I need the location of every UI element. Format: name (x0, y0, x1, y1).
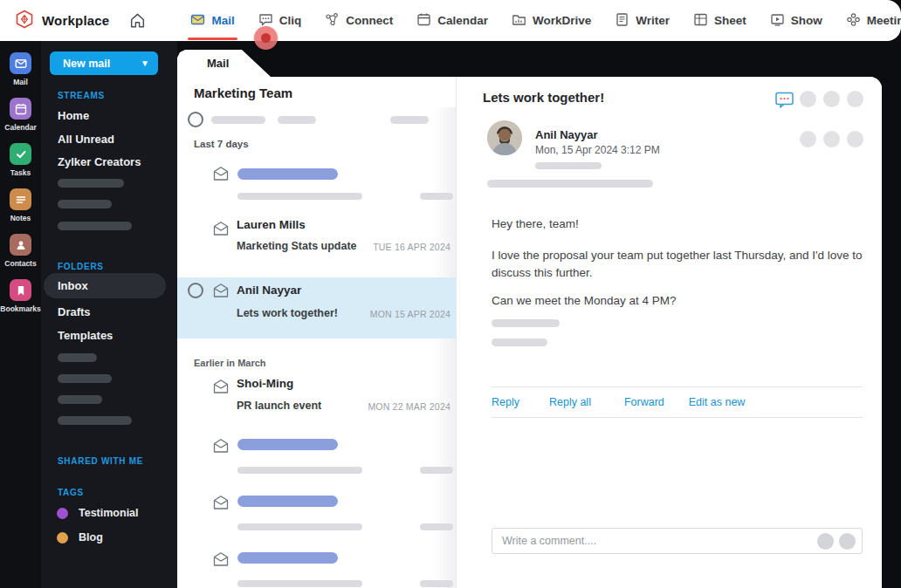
mail-subject: Marketing Stats update (237, 240, 357, 252)
new-mail-button[interactable]: New mail ▼ (50, 51, 158, 75)
calendar-icon (416, 12, 431, 30)
comments-icon[interactable] (774, 90, 794, 113)
reply-all-button[interactable]: Reply all (549, 396, 591, 408)
message-reader-pane: Lets work together! Anil Nayyar Mon, 15 … (457, 77, 882, 588)
sidebar-item-templates[interactable]: Templates (58, 329, 113, 342)
brand-name: Workplace (42, 13, 109, 28)
home-icon[interactable] (128, 11, 147, 30)
workdrive-icon (512, 12, 526, 30)
mail-sender: Anil Nayyar (237, 284, 301, 297)
skeleton-bar (237, 523, 362, 530)
app-rail: Mail Calendar Tasks Notes Contacts Bookm… (0, 41, 41, 588)
edit-as-new-button[interactable]: Edit as new (689, 396, 746, 408)
meeting-icon (846, 12, 861, 30)
connect-icon (325, 12, 340, 30)
rail-item-tasks[interactable]: Tasks (10, 143, 31, 177)
sidebar-item-zylker-creators[interactable]: Zylker Creators (58, 155, 141, 168)
envelope-icon (212, 550, 230, 568)
nav-meeting[interactable]: Meeting (846, 0, 901, 41)
skeleton-bar (58, 353, 97, 362)
tag-blog[interactable]: Blog (57, 531, 103, 544)
nav-mail[interactable]: Mail (190, 0, 234, 41)
mail-date: TUE 16 APR 2024 (373, 242, 450, 252)
message-subject: Lets work together! (483, 90, 604, 105)
rail-calendar-icon (10, 98, 31, 120)
tag-testimonial[interactable]: Testimonial (57, 507, 139, 519)
forward-button[interactable]: Forward (624, 396, 664, 408)
reply-button[interactable]: Reply (492, 396, 519, 408)
topbar: Workplace Mail Cliq Connect Calendar Wor… (0, 0, 901, 41)
rail-item-contacts[interactable]: Contacts (4, 234, 36, 268)
mail-sender: Lauren Mills (237, 218, 306, 231)
mail-select-radio[interactable] (188, 283, 203, 298)
skeleton-bar (420, 193, 453, 200)
folders-section-title: FOLDERS (58, 262, 104, 271)
streams-section-title: STREAMS (58, 91, 105, 100)
mail-icon (190, 12, 205, 30)
rail-item-bookmarks[interactable]: Bookmarks (0, 279, 40, 313)
skeleton-bar (237, 467, 362, 474)
comment-attach-button[interactable] (817, 533, 834, 550)
writer-icon (615, 12, 629, 30)
sidebar-item-inbox[interactable]: Inbox (44, 273, 166, 298)
tab-mail[interactable]: Mail (177, 50, 271, 77)
skeleton-bar (58, 374, 112, 383)
nav-show[interactable]: Show (770, 0, 822, 41)
comment-send-button[interactable] (839, 533, 856, 550)
skeleton-bar (237, 168, 338, 180)
list-title: Marketing Team (194, 85, 292, 100)
tags-section-title: TAGS (58, 488, 84, 497)
mail-sender: Shoi-Ming (237, 377, 293, 390)
message-body-paragraph: Can we meet the Monday at 4 PM? (492, 292, 880, 310)
nav-connect[interactable]: Connect (325, 0, 393, 41)
rail-item-calendar[interactable]: Calendar (4, 98, 36, 132)
nav-writer[interactable]: Writer (615, 0, 670, 41)
message-action-button[interactable] (800, 131, 816, 147)
envelope-icon (212, 378, 230, 395)
skeleton-bar (492, 338, 547, 346)
comment-input[interactable] (502, 529, 764, 553)
list-group-label: Last 7 days (194, 139, 249, 149)
message-action-button[interactable] (823, 91, 840, 107)
message-action-button[interactable] (800, 91, 816, 107)
list-group-label: Earlier in March (194, 358, 266, 368)
skeleton-bar (492, 319, 560, 327)
nav-workdrive[interactable]: WorkDrive (512, 0, 591, 41)
message-action-button[interactable] (847, 91, 863, 107)
message-actions: Reply Reply all Forward Edit as new (492, 396, 745, 408)
divider (492, 417, 863, 418)
select-all-radio[interactable] (188, 112, 203, 127)
message-sender-name: Anil Nayyar (535, 128, 598, 141)
message-action-button[interactable] (847, 131, 863, 147)
envelope-icon (212, 220, 230, 237)
sidebar-item-drafts[interactable]: Drafts (58, 305, 91, 318)
rail-notes-icon (10, 188, 31, 210)
skeleton-bar (58, 200, 112, 209)
rail-item-mail[interactable]: Mail (10, 52, 31, 86)
skeleton-bar (390, 116, 429, 124)
workplace-brand[interactable]: Workplace (14, 9, 109, 33)
message-action-button[interactable] (823, 131, 840, 147)
mail-subject: Lets work together! (237, 307, 338, 319)
sheet-icon (693, 12, 708, 30)
chevron-down-icon[interactable]: ▼ (141, 58, 149, 68)
skeleton-bar (237, 193, 362, 200)
nav-sheet[interactable]: Sheet (693, 0, 746, 41)
mail-date: MON 22 MAR 2024 (368, 401, 450, 412)
skeleton-bar (58, 416, 132, 425)
workplace-logo-icon (14, 9, 35, 33)
skeleton-bar (420, 467, 453, 474)
mail-sidebar: New mail ▼ STREAMS Home All Unread Zylke… (41, 41, 177, 588)
shared-with-me-section-title[interactable]: SHARED WITH ME (58, 456, 143, 466)
sidebar-item-all-unread[interactable]: All Unread (58, 133, 114, 146)
skeleton-bar (58, 395, 102, 404)
nav-calendar[interactable]: Calendar (416, 0, 488, 41)
skeleton-bar (487, 180, 653, 188)
sidebar-item-home[interactable]: Home (58, 109, 89, 122)
skeleton-bar (237, 552, 338, 564)
skeleton-bar (237, 496, 338, 507)
rail-item-notes[interactable]: Notes (10, 188, 31, 222)
skeleton-bar (211, 116, 265, 124)
mail-list-pane: Marketing Team Last 7 days Lauren Mills … (177, 77, 457, 588)
rail-contacts-icon (10, 234, 31, 256)
